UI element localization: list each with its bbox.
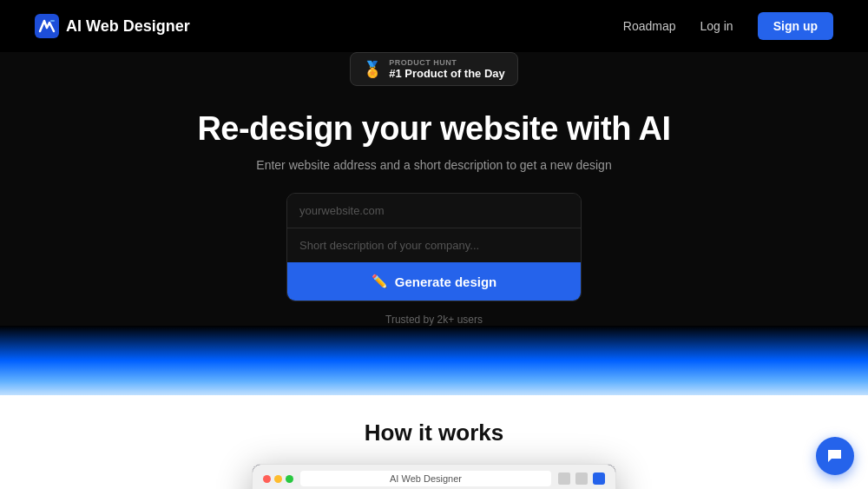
product-hunt-badge[interactable]: 🏅 PRODUCT HUNT #1 Product of the Day xyxy=(350,52,518,86)
how-title: How it works xyxy=(365,420,503,446)
logo: AI Web Designer xyxy=(35,14,190,38)
hero-subheadline: Enter website address and a short descri… xyxy=(256,158,611,172)
logo-text: AI Web Designer xyxy=(66,17,190,36)
how-it-works-section: How it works AI Web Designer xyxy=(0,395,868,489)
browser-actions xyxy=(558,472,605,485)
hero-section: 🏅 PRODUCT HUNT #1 Product of the Day Re-… xyxy=(0,52,868,326)
browser-action-2 xyxy=(575,472,588,485)
badge-title: #1 Product of the Day xyxy=(389,67,505,80)
generate-button[interactable]: ✏️ Generate design xyxy=(287,262,581,301)
generate-label: Generate design xyxy=(395,274,497,289)
website-url-input[interactable] xyxy=(287,194,581,228)
browser-action-1 xyxy=(558,472,570,485)
glow-band xyxy=(0,326,868,395)
generate-icon: ✏️ xyxy=(372,274,388,289)
badge-label: PRODUCT HUNT xyxy=(389,58,505,67)
nav-login[interactable]: Log in xyxy=(700,19,733,33)
trusted-text: Trusted by 2k+ users xyxy=(385,314,483,326)
chat-fab-icon xyxy=(825,446,845,466)
hero-headline: Re-design your website with AI xyxy=(197,110,670,148)
description-input[interactable] xyxy=(287,228,581,262)
browser-action-3 xyxy=(593,472,605,485)
nav-roadmap[interactable]: Roadmap xyxy=(623,19,676,33)
medal-icon: 🏅 xyxy=(363,60,382,79)
chat-fab[interactable] xyxy=(816,437,854,475)
browser-dots xyxy=(263,475,293,483)
glow-gradient xyxy=(0,326,868,395)
logo-icon xyxy=(35,14,59,38)
nav-links: Roadmap Log in Sign up xyxy=(623,12,833,40)
browser-bar: AI Web Designer xyxy=(253,465,615,489)
signup-button[interactable]: Sign up xyxy=(758,12,833,40)
browser-mockup: AI Web Designer xyxy=(252,464,616,489)
dot-green xyxy=(286,475,293,483)
hero-form: ✏️ Generate design xyxy=(286,193,582,301)
dot-red xyxy=(263,475,271,483)
browser-url-bar: AI Web Designer xyxy=(300,471,551,486)
badge-text: PRODUCT HUNT #1 Product of the Day xyxy=(389,58,505,80)
navbar: AI Web Designer Roadmap Log in Sign up xyxy=(0,0,868,52)
dot-yellow xyxy=(274,475,282,483)
